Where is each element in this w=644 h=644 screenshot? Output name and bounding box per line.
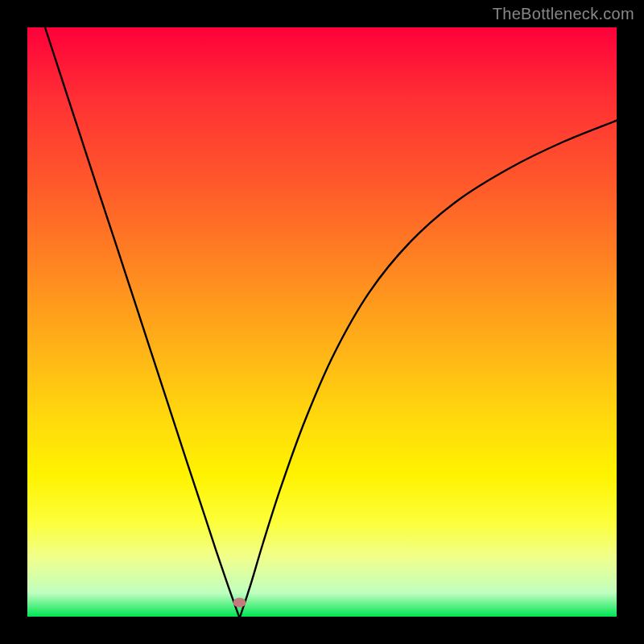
- valley-marker: [233, 597, 246, 607]
- plot-area: [27, 27, 617, 617]
- watermark: TheBottleneck.com: [493, 5, 634, 23]
- chart-canvas: TheBottleneck.com: [0, 0, 644, 644]
- bottleneck-curve: [45, 27, 617, 617]
- curve-svg: [27, 27, 617, 617]
